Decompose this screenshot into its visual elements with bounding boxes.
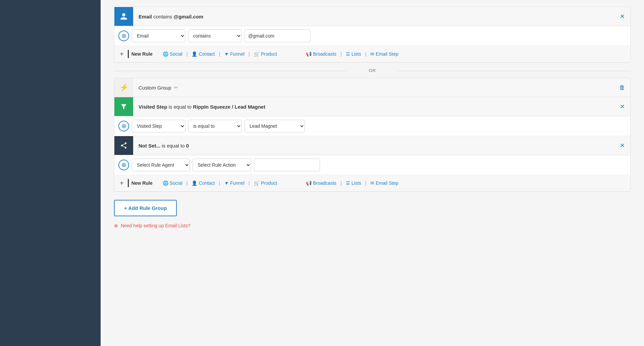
group1-email-step-link[interactable]: ✉ Email Step — [368, 51, 400, 57]
group1-contact-link[interactable]: 👤 Contact — [190, 51, 217, 57]
or-divider: OR — [114, 68, 631, 73]
custom-group-edit-icon[interactable]: ✏ — [174, 85, 178, 90]
group2-funnel-link[interactable]: ▼ Funnel — [222, 180, 247, 186]
not-set-header-text: Not Set... is equal to 0 — [133, 138, 614, 153]
visited-step-add-circle[interactable]: ⊕ — [118, 121, 129, 131]
group1-plus-icon: + — [120, 50, 124, 58]
visited-step-input-row: ⊕ Visited Step is equal to Lead Magnet — [114, 116, 630, 136]
not-set-value-input[interactable] — [254, 159, 320, 171]
group1-header-text: Email contains @gmail.com — [133, 9, 614, 24]
group1-delete-button[interactable]: ✕ — [614, 8, 630, 25]
visited-step-condition-select[interactable]: is equal to — [188, 120, 242, 132]
group1-add-circle-button[interactable]: ⊕ — [118, 31, 129, 41]
group1-value-label: @gmail.com — [173, 14, 203, 19]
help-text: Need help setting up Email Lists? — [121, 223, 191, 228]
visited-step-field: Visited Step — [139, 104, 167, 110]
not-set-field-select[interactable]: Select Rule Agent — [132, 159, 190, 171]
group1-person-icon — [114, 7, 133, 26]
add-rule-group-button[interactable]: + Add Rule Group — [114, 200, 177, 216]
group2-contact-link[interactable]: 👤 Contact — [190, 180, 217, 186]
group1-condition-select[interactable]: contains — [188, 30, 242, 42]
group1-value-input[interactable] — [245, 30, 311, 42]
help-link[interactable]: ⊗ Need help setting up Email Lists? — [114, 223, 631, 228]
not-set-input-row: ⊕ Select Rule Agent Select Rule Action — [114, 155, 630, 175]
group1-condition-label: contains — [153, 14, 172, 19]
custom-group-bolt-icon: ⚡ — [114, 78, 133, 97]
group1-header: Email contains @gmail.com ✕ — [114, 7, 630, 26]
not-set-condition-select[interactable]: Select Rule Action — [193, 159, 251, 171]
group1-field-select[interactable]: Email — [132, 30, 185, 42]
not-set-header: Not Set... is equal to 0 ✕ — [114, 136, 630, 155]
group1-social-link[interactable]: 🌐 Social — [161, 51, 184, 57]
group2-email-step-link[interactable]: ✉ Email Step — [368, 180, 400, 186]
visited-step-delete-button[interactable]: ✕ — [614, 98, 630, 115]
rule-group-1: Email contains @gmail.com ✕ ⊕ Email cont… — [114, 7, 631, 63]
group2-product-link[interactable]: 🛒 Product — [252, 180, 279, 186]
not-set-share-icon — [114, 136, 133, 155]
person-svg — [120, 12, 128, 20]
group2-new-rule-label: New Rule — [128, 179, 155, 187]
group1-field-label: Email — [139, 14, 152, 19]
group1-broadcasts-link[interactable]: 📢 Broadcasts — [304, 51, 338, 57]
group2-social-link[interactable]: 🌐 Social — [161, 180, 184, 186]
rule-group-2: ⚡ Custom Group ✏ 🗑 Visited Step is equal… — [114, 78, 631, 192]
visited-step-condition: is equal to — [169, 104, 193, 110]
group1-product-link[interactable]: 🛒 Product — [252, 51, 279, 57]
visited-step-field-select[interactable]: Visited Step — [132, 120, 185, 132]
visited-step-header-text: Visited Step is equal to RippIn Squeeze … — [133, 99, 614, 114]
group2-plus-icon: + — [120, 179, 124, 187]
group1-funnel-link[interactable]: ▼ Funnel — [222, 51, 247, 57]
custom-group-header: ⚡ Custom Group ✏ 🗑 — [114, 78, 630, 97]
custom-group-text: Custom Group ✏ — [133, 80, 614, 95]
group2-new-rule-row: + New Rule 🌐 Social | 👤 Contact | ▼ Funn… — [114, 175, 630, 191]
visited-step-filter-icon — [114, 97, 133, 116]
group1-rule-input-row: ⊕ Email contains — [114, 26, 630, 46]
sidebar — [0, 0, 101, 346]
group1-new-rule-row: + New Rule 🌐 Social | 👤 Contact | ▼ Funn… — [114, 46, 630, 62]
not-set-delete-button[interactable]: ✕ — [614, 137, 630, 154]
help-x-icon: ⊗ — [114, 223, 118, 228]
visited-step-header: Visited Step is equal to RippIn Squeeze … — [114, 97, 630, 116]
not-set-value: 0 — [186, 143, 189, 149]
group2-broadcasts-link[interactable]: 📢 Broadcasts — [304, 180, 338, 186]
group1-new-rule-label: New Rule — [128, 50, 155, 58]
custom-group-delete-button[interactable]: 🗑 — [614, 79, 630, 96]
not-set-field: Not Set... — [139, 143, 160, 149]
group2-lists-link[interactable]: ☰ Lists — [344, 180, 363, 186]
main-content: Email contains @gmail.com ✕ ⊕ Email cont… — [101, 0, 644, 346]
group1-lists-link[interactable]: ☰ Lists — [344, 51, 363, 57]
visited-step-value-select[interactable]: Lead Magnet — [245, 120, 305, 132]
not-set-condition: is equal to — [162, 143, 186, 149]
not-set-add-circle[interactable]: ⊕ — [118, 160, 129, 170]
visited-step-value: RippIn Squeeze / Lead Magnet — [193, 104, 265, 110]
add-rule-group-label: + Add Rule Group — [124, 205, 167, 211]
